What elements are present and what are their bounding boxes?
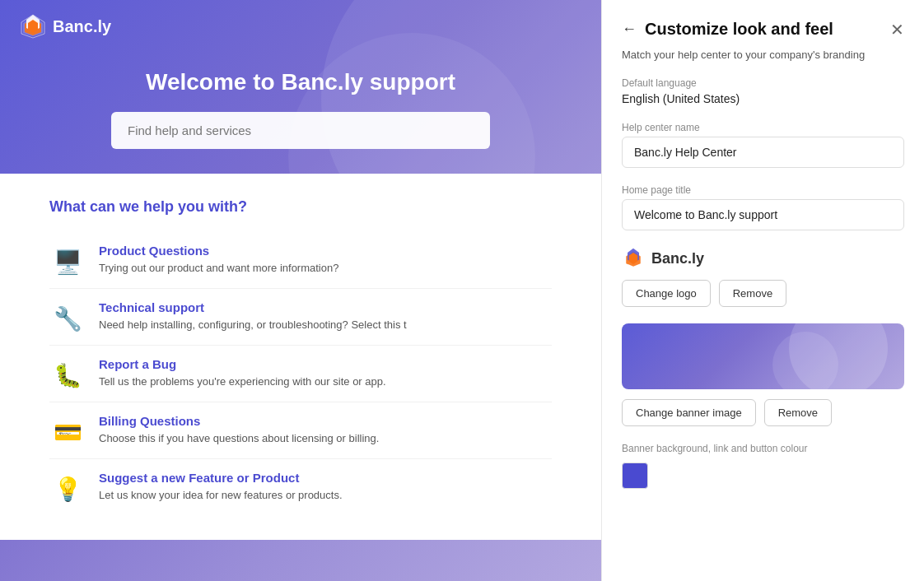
category-name: Suggest a new Feature or Product (99, 471, 552, 485)
category-description: Let us know your idea for new features o… (99, 488, 552, 503)
category-name: Report a Bug (99, 357, 552, 371)
back-button[interactable]: ← (622, 21, 637, 38)
logo-preview-text: Banc.ly (651, 250, 704, 267)
left-panel: Banc.ly Welcome to Banc.ly support What … (0, 0, 601, 581)
hero-title: Welcome to Banc.ly support (33, 69, 568, 95)
hero-section: Welcome to Banc.ly support (0, 53, 601, 174)
logo-preview: Banc.ly (622, 247, 904, 270)
home-page-title-label: Home page title (622, 184, 904, 196)
category-info: Billing Questions Choose this if you hav… (99, 414, 552, 446)
category-description: Trying out our product and want more inf… (99, 261, 552, 276)
banner-preview (622, 323, 904, 389)
remove-logo-button[interactable]: Remove (719, 280, 786, 307)
logo-actions: Change logo Remove (622, 280, 904, 307)
category-icon: 💳 (49, 414, 86, 450)
right-panel: ← Customize look and feel ✕ Match your h… (601, 0, 924, 581)
category-info: Technical support Need help installing, … (99, 300, 552, 332)
category-item[interactable]: 💡 Suggest a new Feature or Product Let u… (49, 462, 552, 515)
category-icon: 🐛 (49, 357, 86, 393)
home-page-title-input[interactable] (622, 199, 904, 230)
category-icon: 🖥️ (49, 244, 86, 280)
category-description: Need help installing, configuring, or tr… (99, 318, 552, 332)
content-section: What can we help you with? 🖥️ Product Qu… (0, 174, 601, 540)
category-item[interactable]: 🐛 Report a Bug Tell us the problems you'… (49, 349, 552, 402)
panel-header: ← Customize look and feel ✕ (622, 20, 904, 39)
category-item[interactable]: 🖥️ Product Questions Trying out our prod… (49, 235, 552, 289)
change-banner-button[interactable]: Change banner image (622, 399, 756, 426)
panel-subtitle: Match your help center to your company's… (622, 49, 904, 61)
banner-color-label: Banner background, link and button colou… (622, 443, 904, 454)
banner-color-swatch[interactable] (622, 462, 648, 489)
panel-title: Customize look and feel (645, 20, 833, 39)
category-info: Report a Bug Tell us the problems you're… (99, 357, 552, 389)
panel-title-row: ← Customize look and feel (622, 20, 833, 39)
category-icon: 🔧 (49, 300, 86, 337)
category-description: Choose this if you have questions about … (99, 431, 552, 446)
logo-text: Banc.ly (53, 17, 111, 36)
category-name: Technical support (99, 300, 552, 314)
category-info: Product Questions Trying out our product… (99, 244, 552, 276)
banner-color-section: Banner background, link and button colou… (622, 443, 904, 489)
category-item[interactable]: 🔧 Technical support Need help installing… (49, 292, 552, 346)
banner-actions: Change banner image Remove (622, 399, 904, 426)
default-language-label: Default language (622, 77, 904, 89)
default-language-value: English (United States) (622, 92, 904, 105)
help-center-name-input[interactable] (622, 137, 904, 168)
change-logo-button[interactable]: Change logo (622, 280, 711, 307)
logo-preview-icon (622, 247, 645, 270)
category-name: Product Questions (99, 244, 552, 258)
logo-container: Banc.ly (20, 13, 111, 40)
logo-icon (20, 13, 46, 40)
search-input[interactable] (111, 112, 490, 149)
help-center-name-group: Help center name (622, 122, 904, 168)
close-button[interactable]: ✕ (890, 21, 904, 38)
category-info: Suggest a new Feature or Product Let us … (99, 471, 552, 503)
remove-banner-button[interactable]: Remove (764, 399, 832, 426)
category-item[interactable]: 💳 Billing Questions Choose this if you h… (49, 406, 552, 459)
header-bar: Banc.ly (0, 0, 601, 53)
help-center-name-label: Help center name (622, 122, 904, 133)
section-title: What can we help you with? (49, 198, 552, 216)
category-list: 🖥️ Product Questions Trying out our prod… (49, 235, 552, 515)
logo-preview-section: Banc.ly Change logo Remove (622, 247, 904, 307)
category-icon: 💡 (49, 471, 86, 507)
home-page-title-group: Home page title (622, 184, 904, 230)
category-description: Tell us the problems you're experiencing… (99, 374, 552, 389)
category-name: Billing Questions (99, 414, 552, 428)
default-language-group: Default language English (United States) (622, 77, 904, 105)
